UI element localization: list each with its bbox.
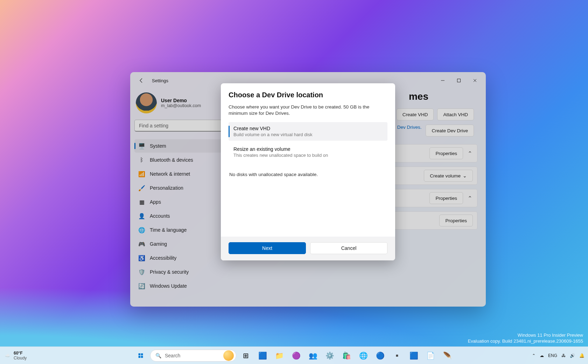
taskbar: ☁️ 60°F Cloudy 🔍 Search ⊞ 🟦 📁 🟣 👥 ⚙️ 🛍️ … xyxy=(0,346,588,364)
search-icon: 🔍 xyxy=(155,353,161,358)
store-icon[interactable]: 🛍️ xyxy=(339,348,354,363)
no-disk-message: No disks with unallocated space availabl… xyxy=(229,172,387,177)
volume-icon[interactable]: 🔊 xyxy=(570,353,575,358)
svg-rect-1 xyxy=(139,353,141,355)
explorer-icon[interactable]: 📁 xyxy=(272,348,287,363)
task-view-icon[interactable]: ⊞ xyxy=(238,348,253,363)
dev-drive-modal: Choose a Dev Drive location Choose where… xyxy=(221,83,395,260)
svg-rect-3 xyxy=(139,356,141,358)
watermark: Windows 11 Pro Insider Preview Evaluatio… xyxy=(468,332,583,344)
weather-icon: ☁️ xyxy=(5,353,10,358)
app-icon[interactable]: 🪶 xyxy=(440,348,455,363)
teams-icon[interactable]: 🟣 xyxy=(289,348,303,363)
weather-widget[interactable]: ☁️ 60°F Cloudy xyxy=(5,351,27,360)
start-button[interactable] xyxy=(133,348,148,363)
settings-window: Settings User Demo m_lab@outlook.com Fin… xyxy=(130,72,486,307)
settings-icon[interactable]: ⚙️ xyxy=(322,348,337,363)
modal-overlay: Choose a Dev Drive location Choose where… xyxy=(130,72,486,307)
svg-rect-2 xyxy=(141,353,143,355)
chevron-up-icon[interactable]: ⌃ xyxy=(532,353,536,358)
modal-description: Choose where you want your Dev Drive to … xyxy=(229,104,387,117)
next-button[interactable]: Next xyxy=(229,242,306,254)
notepad-icon[interactable]: 📄 xyxy=(423,348,438,363)
onedrive-icon[interactable]: ☁ xyxy=(540,353,544,358)
network-icon[interactable]: 🖧 xyxy=(561,353,566,358)
taskbar-search[interactable]: 🔍 Search xyxy=(150,350,236,362)
svg-rect-4 xyxy=(141,356,143,358)
system-tray[interactable]: ⌃ ☁ ENG 🖧 🔊 🔔 xyxy=(532,353,584,358)
search-highlight-icon xyxy=(223,350,234,361)
option-resize-volume[interactable]: Resize an existing volume This creates n… xyxy=(229,143,387,161)
terminal-icon[interactable]: ▪️ xyxy=(390,348,404,363)
cancel-button[interactable]: Cancel xyxy=(310,242,387,254)
copilot-icon[interactable]: 🟦 xyxy=(255,348,270,363)
vscode-icon[interactable]: 🟦 xyxy=(406,348,421,363)
option-create-new-vhd[interactable]: Create new VHD Build volume on a new vir… xyxy=(229,122,387,141)
notifications-icon[interactable]: 🔔 xyxy=(579,353,584,358)
chrome-icon[interactable]: 🔵 xyxy=(373,348,387,363)
language-indicator[interactable]: ENG xyxy=(548,353,557,358)
edge-icon[interactable]: 🌐 xyxy=(356,348,371,363)
modal-title: Choose a Dev Drive location xyxy=(229,91,387,99)
people-icon[interactable]: 👥 xyxy=(306,348,320,363)
